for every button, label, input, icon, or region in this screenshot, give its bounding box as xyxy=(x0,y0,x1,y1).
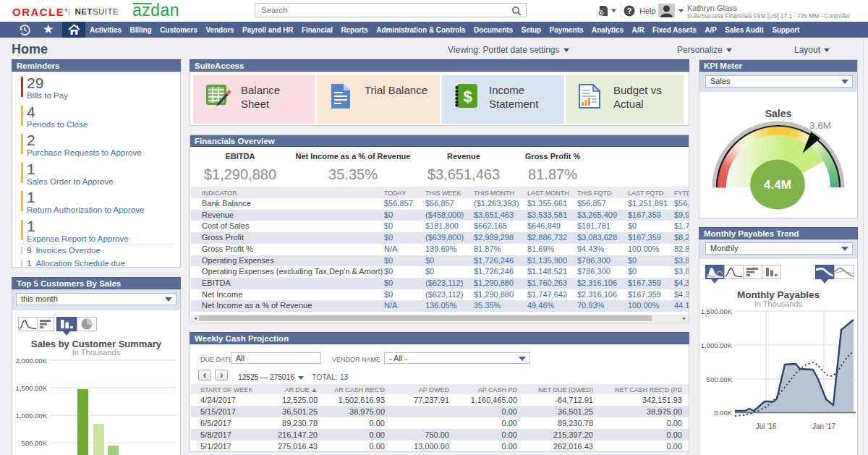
svg-text:$: $ xyxy=(463,88,472,106)
svg-text:0.00K: 0.00K xyxy=(714,409,732,417)
svg-text:4.4M: 4.4M xyxy=(764,178,791,192)
svg-text:1,500.00K: 1,500.00K xyxy=(701,307,733,315)
svg-text:1,000.00K: 1,000.00K xyxy=(16,412,48,420)
svg-text:Jan '17: Jan '17 xyxy=(812,422,835,430)
svg-text:500.00K: 500.00K xyxy=(707,375,733,383)
svg-text:2,000.00K: 2,000.00K xyxy=(16,357,48,365)
svg-text:1,500.00K: 1,500.00K xyxy=(16,384,48,392)
svg-text:500.00K: 500.00K xyxy=(22,439,48,447)
svg-text:?: ? xyxy=(627,7,632,15)
svg-text:Jul '16: Jul '16 xyxy=(756,422,777,430)
svg-text:3.6M: 3.6M xyxy=(809,120,831,131)
svg-text:1,000.00K: 1,000.00K xyxy=(701,341,733,349)
